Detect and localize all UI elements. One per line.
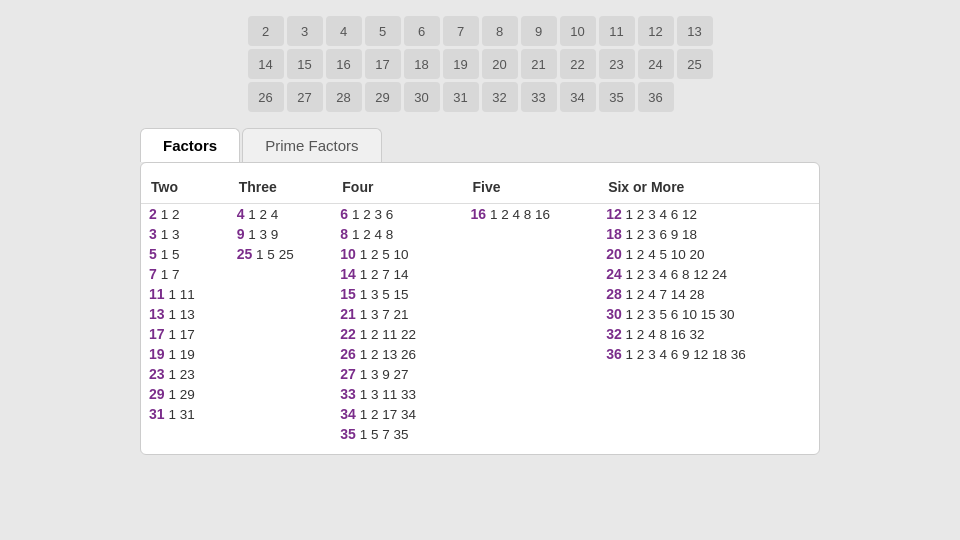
num-cell-6[interactable]: 6	[404, 16, 440, 46]
factor-number: 23	[149, 366, 168, 382]
factor-number: 18	[606, 226, 625, 242]
factor-values: 1 29	[168, 387, 194, 402]
factor-values: 1 31	[168, 407, 194, 422]
num-cell-32[interactable]: 32	[482, 82, 518, 112]
num-cell-19[interactable]: 19	[443, 49, 479, 79]
factor-values: 1 13	[168, 307, 194, 322]
factor-number: 17	[149, 326, 168, 342]
col-header-four: Four	[332, 173, 462, 204]
factor-number: 22	[340, 326, 359, 342]
num-cell-20[interactable]: 20	[482, 49, 518, 79]
factor-number: 29	[149, 386, 168, 402]
table-row: 13 1 1321 1 3 7 2130 1 2 3 5 6 10 15 30	[141, 304, 819, 324]
num-cell-2[interactable]: 2	[248, 16, 284, 46]
factor-values: 1 3 11 33	[360, 387, 416, 402]
factor-values: 1 2 4 8	[352, 227, 393, 242]
col-header-three: Three	[229, 173, 333, 204]
factor-number: 25	[237, 246, 256, 262]
num-cell-22[interactable]: 22	[560, 49, 596, 79]
table-row: 3 1 39 1 3 98 1 2 4 818 1 2 3 6 9 18	[141, 224, 819, 244]
factor-values: 1 2	[161, 207, 180, 222]
num-cell-9[interactable]: 9	[521, 16, 557, 46]
table-row: 2 1 24 1 2 46 1 2 3 616 1 2 4 8 1612 1 2…	[141, 204, 819, 225]
num-cell-33[interactable]: 33	[521, 82, 557, 112]
num-cell-27[interactable]: 27	[287, 82, 323, 112]
factor-number: 8	[340, 226, 352, 242]
factor-values: 1 2 4 5 10 20	[626, 247, 705, 262]
num-cell-7[interactable]: 7	[443, 16, 479, 46]
factor-values: 1 17	[168, 327, 194, 342]
factor-values: 1 2 3 4 6 12	[626, 207, 697, 222]
factor-values: 1 2 17 34	[360, 407, 416, 422]
num-cell-17[interactable]: 17	[365, 49, 401, 79]
num-cell-14[interactable]: 14	[248, 49, 284, 79]
num-cell-13[interactable]: 13	[677, 16, 713, 46]
tab-factors[interactable]: Factors	[140, 128, 240, 162]
factor-values: 1 2 3 5 6 10 15 30	[626, 307, 735, 322]
table-row: 35 1 5 7 35	[141, 424, 819, 444]
factor-values: 1 2 4	[248, 207, 278, 222]
num-cell-11[interactable]: 11	[599, 16, 635, 46]
factor-number: 30	[606, 306, 625, 322]
factor-number: 34	[340, 406, 359, 422]
num-cell-24[interactable]: 24	[638, 49, 674, 79]
col-header-two: Two	[141, 173, 229, 204]
factor-number: 33	[340, 386, 359, 402]
factor-number: 6	[340, 206, 352, 222]
table-row: 5 1 525 1 5 2510 1 2 5 1020 1 2 4 5 10 2…	[141, 244, 819, 264]
factor-values: 1 2 13 26	[360, 347, 416, 362]
factor-values: 1 2 3 4 6 9 12 18 36	[626, 347, 746, 362]
factor-number: 27	[340, 366, 359, 382]
factor-number: 3	[149, 226, 161, 242]
num-cell-5[interactable]: 5	[365, 16, 401, 46]
num-cell-3[interactable]: 3	[287, 16, 323, 46]
tab-prime-factors[interactable]: Prime Factors	[242, 128, 381, 162]
num-cell-35[interactable]: 35	[599, 82, 635, 112]
factor-values: 1 5 25	[256, 247, 294, 262]
factor-values: 1 19	[168, 347, 194, 362]
factor-values: 1 7	[161, 267, 180, 282]
factor-number: 2	[149, 206, 161, 222]
num-cell-30[interactable]: 30	[404, 82, 440, 112]
factor-values: 1 2 4 8 16	[490, 207, 550, 222]
factor-values: 1 3 9 27	[360, 367, 409, 382]
num-cell-28[interactable]: 28	[326, 82, 362, 112]
factor-values: 1 2 7 14	[360, 267, 409, 282]
num-cell-21[interactable]: 21	[521, 49, 557, 79]
factor-number: 31	[149, 406, 168, 422]
factor-number: 7	[149, 266, 161, 282]
factor-number: 16	[471, 206, 490, 222]
factor-number: 32	[606, 326, 625, 342]
tab-prime-factors-label: Prime Factors	[265, 137, 358, 154]
table-container: Two Three Four Five Six or More 2 1 24 1…	[140, 162, 820, 455]
factor-number: 19	[149, 346, 168, 362]
table-row: 29 1 2933 1 3 11 33	[141, 384, 819, 404]
num-cell-18[interactable]: 18	[404, 49, 440, 79]
factor-values: 1 3 9	[248, 227, 278, 242]
num-cell-29[interactable]: 29	[365, 82, 401, 112]
factor-values: 1 5	[161, 247, 180, 262]
factor-number: 4	[237, 206, 249, 222]
num-cell-25[interactable]: 25	[677, 49, 713, 79]
num-cell-36[interactable]: 36	[638, 82, 674, 112]
num-cell-10[interactable]: 10	[560, 16, 596, 46]
factor-number: 14	[340, 266, 359, 282]
factor-number: 12	[606, 206, 625, 222]
num-cell-15[interactable]: 15	[287, 49, 323, 79]
factor-number: 26	[340, 346, 359, 362]
num-cell-34[interactable]: 34	[560, 82, 596, 112]
factor-number: 20	[606, 246, 625, 262]
num-cell-8[interactable]: 8	[482, 16, 518, 46]
factor-values: 1 3 5 15	[360, 287, 409, 302]
num-cell-4[interactable]: 4	[326, 16, 362, 46]
factor-number: 35	[340, 426, 359, 442]
num-cell-16[interactable]: 16	[326, 49, 362, 79]
num-cell-12[interactable]: 12	[638, 16, 674, 46]
num-cell-26[interactable]: 26	[248, 82, 284, 112]
factor-values: 1 2 4 8 16 32	[626, 327, 705, 342]
factor-values: 1 2 3 6	[352, 207, 393, 222]
num-cell-31[interactable]: 31	[443, 82, 479, 112]
num-cell-23[interactable]: 23	[599, 49, 635, 79]
table-row: 31 1 3134 1 2 17 34	[141, 404, 819, 424]
factor-values: 1 2 5 10	[360, 247, 409, 262]
